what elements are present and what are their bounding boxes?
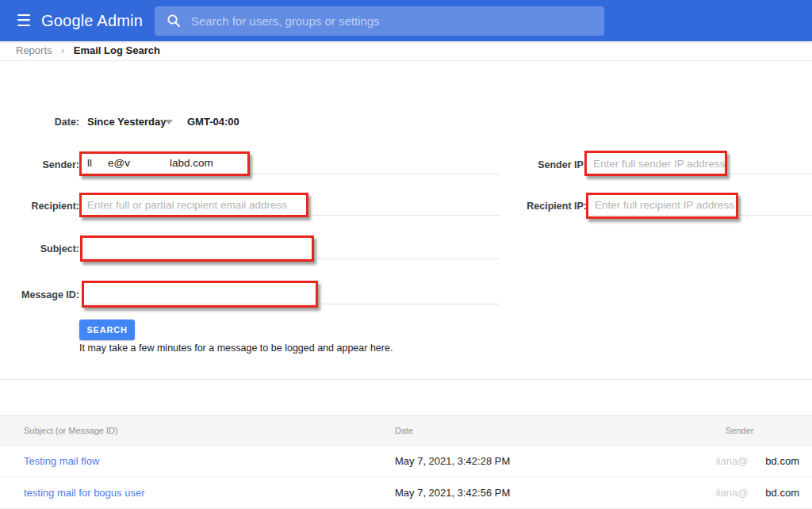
recipient-ip-label: Recipient IP:: [492, 200, 587, 212]
search-hint-text: It may take a few minutes for a message …: [79, 343, 393, 354]
message-date: May 7, 2021, 3:42:28 PM: [395, 446, 510, 477]
message-subject-link[interactable]: Testing mail flow: [24, 446, 99, 477]
sender-ip-input[interactable]: [588, 153, 812, 174]
breadcrumb-separator-icon: ›: [61, 45, 64, 56]
chevron-down-icon[interactable]: [165, 120, 173, 124]
message-sender: ilana@bd.com: [716, 446, 799, 477]
recipient-ip-input[interactable]: [589, 194, 812, 216]
breadcrumb: Reports › Email Log Search: [0, 41, 812, 61]
date-range-dropdown[interactable]: Since Yesterday: [87, 116, 167, 128]
sender-visible-text: bd.com: [765, 487, 799, 499]
search-icon: [167, 13, 181, 28]
sender-visible-text: bd.com: [765, 455, 799, 467]
message-sender: ilana@bd.com: [716, 477, 799, 509]
global-search-box[interactable]: [155, 6, 604, 36]
hamburger-menu-icon[interactable]: ☰: [13, 10, 35, 31]
message-id-input[interactable]: [84, 282, 500, 304]
search-button[interactable]: SEARCH: [79, 320, 135, 340]
sender-redacted-text: ilana@: [716, 455, 749, 467]
sender-redacted-text: ilana@: [716, 487, 749, 499]
app-header: ☰ Google Admin: [0, 0, 812, 41]
sender-value-part: ll: [87, 153, 92, 174]
column-header-subject[interactable]: Subject (or Message ID): [24, 416, 118, 446]
date-label: Date:: [0, 116, 79, 128]
email-log-search-page: ☰ Google Admin Reports › Email Log Searc…: [0, 0, 812, 509]
sender-value-part: e@v: [108, 153, 130, 174]
table-header-row: Subject (or Message ID) Date Sender: [0, 415, 812, 446]
subject-label: Subject:: [0, 243, 79, 255]
table-row: Testing mail flow May 7, 2021, 3:42:28 P…: [0, 446, 812, 477]
message-subject-link[interactable]: testing mail for bogus user: [24, 477, 144, 509]
table-row: testing mail for bogus user May 7, 2021,…: [0, 477, 812, 509]
recipient-label: Recipient:: [0, 200, 79, 212]
sender-input[interactable]: lle@vlabd.com: [82, 153, 500, 174]
column-header-date[interactable]: Date: [395, 416, 413, 446]
table-toolbar: [0, 380, 812, 415]
global-search-input[interactable]: [191, 6, 592, 36]
breadcrumb-current-page: Email Log Search: [74, 44, 160, 56]
breadcrumb-reports-link[interactable]: Reports: [16, 44, 52, 56]
sender-value-part: labd.com: [170, 153, 213, 174]
subject-input[interactable]: [82, 237, 500, 259]
sender-label: Sender:: [0, 159, 79, 171]
recipient-input[interactable]: [82, 194, 500, 216]
app-title[interactable]: Google Admin: [41, 10, 143, 31]
timezone-value: GMT-04:00: [187, 116, 239, 128]
sender-ip-label: Sender IP:: [492, 159, 587, 171]
column-header-sender[interactable]: Sender: [726, 416, 753, 446]
message-id-label: Message ID:: [0, 289, 79, 301]
message-date: May 7, 2021, 3:42:56 PM: [395, 477, 510, 509]
results-table: Subject (or Message ID) Date Sender Test…: [0, 379, 812, 509]
